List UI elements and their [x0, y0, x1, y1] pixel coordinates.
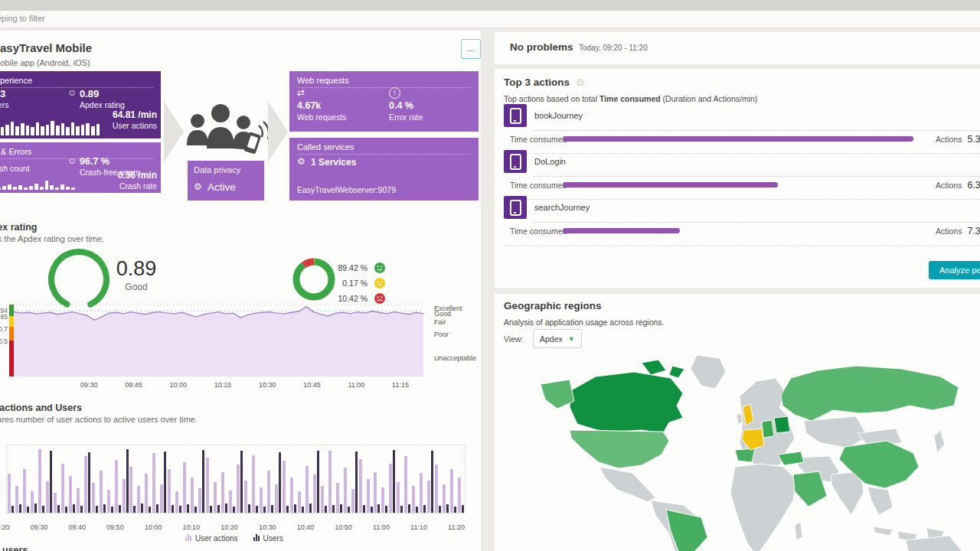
axis-tick: 09:30	[31, 523, 48, 531]
problems-timeframe: Today, 09:20 - 11:20	[579, 44, 648, 52]
tile-crashes-errors[interactable]: Crashes & Errors Crash count ☺ 96.7 % Cr…	[0, 142, 161, 193]
top-actions-subtitle: Top actions based on total Time consumed…	[504, 94, 757, 103]
phone-icon	[510, 154, 521, 170]
bar-pair	[190, 478, 198, 513]
bar-pair	[53, 493, 60, 513]
map-ireland	[737, 413, 743, 424]
time-consumed-bar	[563, 228, 680, 233]
map-germany	[762, 420, 774, 438]
spark-bar	[2, 186, 6, 190]
apdex-label: Apdex rating	[80, 100, 125, 109]
tile-user-experience[interactable]: User experience 3 Users ☺ 0.89 Apdex rat…	[0, 71, 161, 139]
filter-input[interactable]	[0, 13, 221, 24]
spark-bar	[86, 123, 90, 135]
axis-tick: 10:30	[259, 381, 276, 389]
flow-arrow-icon	[268, 101, 288, 162]
mobile-action-icon	[504, 104, 527, 127]
analyze-performance-button[interactable]: Analyze performance	[929, 261, 980, 279]
no-problems-heading: No problems	[510, 41, 573, 53]
bar-pair	[106, 490, 114, 513]
action-link-bookJourney[interactable]: bookJourney	[534, 111, 583, 120]
map-madagascar	[795, 522, 802, 540]
map-central-asia	[804, 416, 867, 448]
gear-icon: ⚙	[576, 77, 585, 88]
map-canada	[570, 372, 683, 433]
bar-pair	[381, 487, 388, 513]
spark-bar	[29, 186, 33, 190]
bar-pair	[251, 455, 259, 513]
spark-bar	[50, 185, 54, 190]
bar-pair	[152, 453, 159, 513]
spark-bar	[71, 187, 75, 190]
view-label: View:	[504, 334, 524, 344]
tile-data-privacy[interactable]: Data privacy ⚙ Active	[188, 161, 264, 201]
next-section-heading: Active users	[0, 545, 28, 551]
bar-pair	[175, 491, 182, 513]
axis-tick: 10:15	[214, 381, 232, 389]
divider	[533, 130, 980, 131]
spark-bar	[36, 122, 40, 135]
bar-pair	[7, 474, 15, 513]
apdex-timeseries-chart: 0.94 0.85 0.7 0.5 Excellent Good Fair Po…	[9, 305, 423, 377]
mobile-action-icon	[504, 150, 527, 173]
spark-bar	[5, 125, 9, 135]
smiley-icon: ☺	[67, 87, 77, 98]
bar-pair	[335, 483, 343, 513]
spark-bar	[46, 125, 50, 135]
spark-bar	[21, 123, 24, 135]
more-options-button[interactable]: ...	[461, 39, 481, 59]
bar-pair	[213, 482, 220, 513]
axis-tick: 10:30	[259, 523, 276, 531]
bar-chart-icon	[185, 534, 191, 541]
apdex-x-axis: 09:3009:4510:0010:1510:3010:4511:0011:15	[80, 381, 409, 389]
spark-bar	[1, 127, 5, 135]
map-arctic-islands	[642, 360, 666, 375]
map-africa	[730, 464, 796, 551]
user-actions-rate-label: User actions	[113, 121, 157, 130]
action-link-searchJourney[interactable]: searchJourney	[534, 203, 590, 212]
bar-pair	[122, 449, 129, 513]
user-actions-subtitle: Compares number of user actions to activ…	[0, 415, 198, 424]
band-label-fair: Fair	[434, 318, 495, 326]
bar-pair	[328, 451, 335, 513]
tile-web-requests[interactable]: Web requests ⇄ ! 4.67k Web requests 0.4 …	[289, 71, 479, 132]
spark-bar	[15, 126, 19, 135]
spark-bar	[34, 184, 38, 190]
map-se-asia	[867, 487, 893, 515]
view-dropdown[interactable]: Apdex ▼	[533, 329, 582, 348]
spark-bar	[45, 181, 49, 190]
map-poland	[774, 416, 790, 433]
tile-title: Called services	[297, 142, 471, 155]
time-consumed-bar	[563, 182, 778, 187]
divider	[533, 222, 980, 223]
time-consumed-label: Time consumed	[510, 135, 567, 144]
spark-bar	[18, 185, 22, 190]
actions-rate: Actions6.31 /min	[936, 180, 980, 191]
bar-pair	[351, 452, 358, 513]
action-link-DoLogin[interactable]: DoLogin	[534, 157, 566, 166]
tile-title: Data privacy	[194, 165, 240, 174]
filter-bar	[0, 11, 980, 28]
bar-pair	[15, 486, 22, 513]
user-actions-rate: 64.81 /min	[113, 109, 157, 120]
service-name: EasyTravelWebserver:9079	[297, 185, 396, 194]
bar-pair	[228, 491, 236, 513]
apdex-section-heading: Apdex rating	[0, 222, 37, 233]
axis-tick: 10:50	[335, 523, 352, 531]
axis-tick: 09:40	[68, 523, 86, 531]
tile-called-services[interactable]: Called services ⚙ 1 Services EasyTravelW…	[289, 138, 479, 201]
divider	[504, 153, 980, 154]
map-usa	[570, 430, 669, 468]
bar-pair	[60, 464, 68, 513]
users-label: Users	[0, 100, 8, 109]
spark-bar	[60, 184, 64, 190]
world-map[interactable]	[527, 350, 980, 551]
top-actions-card: Top 3 actions⚙ Top actions based on tota…	[495, 69, 980, 288]
geo-heading: Geographic regions	[504, 300, 602, 311]
bar-pair	[83, 452, 91, 513]
phone-icon	[510, 108, 521, 124]
geographic-regions-card: Geographic regions Analysis of applicati…	[495, 294, 980, 551]
axis-tick: 09:50	[106, 523, 124, 531]
apdex-section-subtitle: Measures the Apdex rating over time.	[0, 234, 104, 243]
view-dropdown-value: Apdex	[540, 334, 563, 344]
